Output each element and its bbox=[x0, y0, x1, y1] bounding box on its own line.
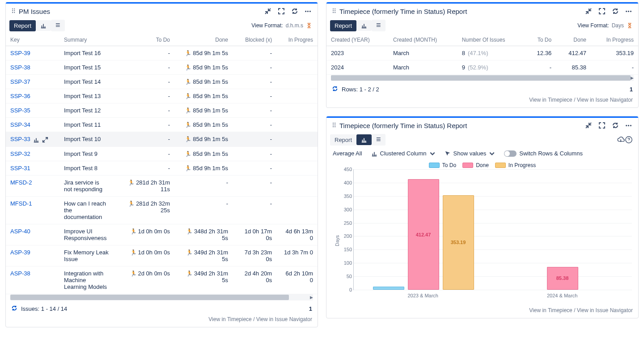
legend-item[interactable]: In Progress bbox=[495, 162, 536, 168]
blocked-cell: - bbox=[233, 75, 276, 89]
bar-prog[interactable]: 353.19 bbox=[443, 195, 474, 290]
refresh-button[interactable] bbox=[332, 86, 338, 93]
list-tab[interactable] bbox=[51, 20, 65, 31]
page-number: 1 bbox=[630, 86, 633, 93]
more-icon[interactable] bbox=[625, 7, 633, 15]
toggle-icon bbox=[504, 150, 517, 157]
menu-icon bbox=[376, 136, 381, 143]
time-report-table: Created (YEAR) Created (MONTH) Number Of… bbox=[326, 34, 638, 75]
bar-done[interactable]: 412.47 bbox=[408, 179, 439, 290]
report-tab[interactable]: Report bbox=[330, 20, 356, 31]
drag-handle-icon[interactable] bbox=[332, 8, 336, 15]
refresh-icon[interactable] bbox=[611, 7, 619, 15]
view-navigator-link[interactable]: View in Issue Navigator bbox=[577, 97, 633, 103]
table-row[interactable]: MFSD-1How can I reach the documentation🏃… bbox=[6, 196, 318, 224]
report-tab[interactable]: Report bbox=[9, 20, 36, 31]
todo-cell: 🏃281d 2h 31m 11s bbox=[113, 175, 174, 196]
blocked-cell: - bbox=[233, 196, 276, 224]
table-row[interactable]: SSP-38Import Test 15-🏃85d 9h 1m 5s- bbox=[6, 60, 318, 75]
drag-handle-icon[interactable] bbox=[11, 8, 15, 15]
chart-tab[interactable] bbox=[36, 20, 51, 31]
issue-key-link[interactable]: SSP-38 bbox=[10, 64, 30, 71]
bar-done[interactable]: 85.38 bbox=[547, 267, 578, 290]
issue-key-link[interactable]: SSP-37 bbox=[10, 78, 30, 85]
horizontal-scrollbar[interactable]: ◀▶ bbox=[331, 75, 634, 81]
table-row[interactable]: SSP-33Import Test 10-🏃85d 9h 1m 5s- bbox=[6, 132, 318, 147]
fullscreen-icon[interactable] bbox=[598, 7, 606, 15]
list-tab[interactable] bbox=[372, 134, 386, 146]
table-row[interactable]: SSP-32Import Test 9-🏃85d 9h 1m 5s- bbox=[6, 146, 318, 161]
switch-rows-toggle[interactable]: Switch Rows & Columns bbox=[504, 150, 583, 157]
issue-key-link[interactable]: SSP-31 bbox=[10, 165, 30, 172]
horizontal-scrollbar[interactable]: ◀▶ bbox=[10, 294, 313, 300]
issue-key-link[interactable]: ASP-38 bbox=[10, 270, 30, 277]
refresh-button[interactable] bbox=[11, 305, 17, 313]
view-navigator-link[interactable]: View in Issue Navigator bbox=[256, 316, 312, 322]
table-row[interactable]: SSP-31Import Test 8-🏃85d 9h 1m 5s- bbox=[6, 161, 318, 175]
legend-item[interactable]: To Do bbox=[429, 162, 456, 168]
table-row[interactable]: ASP-38Integration with Machine Learning … bbox=[6, 266, 318, 294]
table-row[interactable]: SSP-34Import Test 11-🏃85d 9h 1m 5s- bbox=[6, 118, 318, 132]
issue-key-link[interactable]: SSP-35 bbox=[10, 107, 30, 114]
issue-key-link[interactable]: MFSD-1 bbox=[10, 200, 32, 207]
view-format: View Format: Days bbox=[577, 22, 633, 29]
issue-key-link[interactable]: MFSD-2 bbox=[10, 179, 32, 186]
more-icon[interactable] bbox=[625, 121, 633, 129]
issue-key-link[interactable]: ASP-40 bbox=[10, 228, 30, 235]
refresh-icon[interactable] bbox=[291, 7, 299, 15]
summary-cell: Improve UI Responsiveness bbox=[59, 224, 113, 245]
done-cell: 🏃85d 9h 1m 5s bbox=[174, 161, 233, 175]
view-timepiece-link[interactable]: View in Timepiece bbox=[529, 307, 572, 313]
issue-key-link[interactable]: SSP-39 bbox=[10, 50, 30, 56]
inprogress-cell: 4d 6h 13m 0 bbox=[276, 224, 318, 245]
chart-icon[interactable] bbox=[33, 137, 39, 143]
report-tab[interactable]: Report bbox=[330, 134, 356, 146]
issue-key-link[interactable]: SSP-32 bbox=[10, 150, 30, 157]
table-row[interactable]: SSP-39Import Test 16-🏃85d 9h 1m 5s- bbox=[6, 46, 318, 60]
table-row[interactable]: SSP-37Import Test 14-🏃85d 9h 1m 5s- bbox=[6, 75, 318, 89]
drag-handle-icon[interactable] bbox=[332, 122, 336, 129]
chart-tab[interactable] bbox=[356, 134, 372, 145]
summary-cell: Integration with Machine Learning Models bbox=[59, 266, 113, 294]
issue-key-link[interactable]: ASP-39 bbox=[10, 249, 30, 256]
table-row[interactable]: MFSD-2Jira service is not responding🏃281… bbox=[6, 175, 318, 196]
more-icon[interactable] bbox=[304, 7, 312, 15]
fullscreen-icon[interactable] bbox=[277, 7, 285, 15]
summary-cell: Import Test 15 bbox=[59, 60, 113, 75]
bar-todo[interactable] bbox=[373, 287, 404, 290]
average-label: Average All bbox=[333, 150, 362, 157]
inprogress-cell: 1d 3h 7m 0 bbox=[276, 245, 318, 266]
download-icon[interactable] bbox=[617, 136, 625, 144]
issue-key-link[interactable]: SSP-36 bbox=[10, 93, 30, 99]
table-row[interactable]: ASP-39Fix Memory Leak Issue🏃1d 0h 0m 0s🏃… bbox=[6, 245, 318, 266]
chevron-down-icon bbox=[489, 150, 495, 157]
view-timepiece-link[interactable]: View in Timepiece bbox=[208, 316, 252, 322]
summary-cell: How can I reach the documentation bbox=[59, 196, 113, 224]
view-navigator-link[interactable]: View in Issue Navigator bbox=[577, 307, 633, 313]
fullscreen-icon[interactable] bbox=[598, 121, 606, 129]
view-timepiece-link[interactable]: View in Timepiece bbox=[529, 97, 572, 103]
legend-item[interactable]: Done bbox=[462, 162, 489, 168]
expand-icon[interactable] bbox=[42, 137, 48, 143]
chart-tab[interactable] bbox=[356, 20, 372, 31]
issue-key-link[interactable]: SSP-33 bbox=[10, 136, 30, 142]
collapse-icon[interactable] bbox=[585, 7, 593, 15]
refresh-icon[interactable] bbox=[611, 121, 619, 129]
table-row[interactable]: ASP-40Improve UI Responsiveness🏃1d 0h 0m… bbox=[6, 224, 318, 245]
issue-key-link[interactable]: SSP-34 bbox=[10, 121, 30, 128]
done-cell: - bbox=[174, 196, 233, 224]
table-row[interactable]: SSP-35Import Test 12-🏃85d 9h 1m 5s- bbox=[6, 103, 318, 118]
list-tab[interactable] bbox=[372, 20, 386, 31]
collapse-icon[interactable] bbox=[264, 7, 272, 15]
hourglass-icon bbox=[627, 22, 633, 29]
collapse-icon[interactable] bbox=[585, 121, 593, 129]
todo-cell: - bbox=[113, 60, 174, 75]
blocked-cell: - bbox=[233, 118, 276, 132]
help-icon[interactable] bbox=[625, 136, 633, 144]
table-row[interactable]: 2023March8(47.1%)12.36412.47353.19 bbox=[326, 46, 638, 60]
chart-panel: Timepiece (formerly Time in Status) Repo… bbox=[326, 116, 639, 318]
table-row[interactable]: 2024March9(52.9%)-85.38- bbox=[326, 60, 638, 75]
show-values-selector[interactable]: Show values bbox=[445, 150, 496, 157]
chart-type-selector[interactable]: Clustered Column bbox=[371, 150, 436, 157]
table-row[interactable]: SSP-36Import Test 13-🏃85d 9h 1m 5s- bbox=[6, 89, 318, 103]
